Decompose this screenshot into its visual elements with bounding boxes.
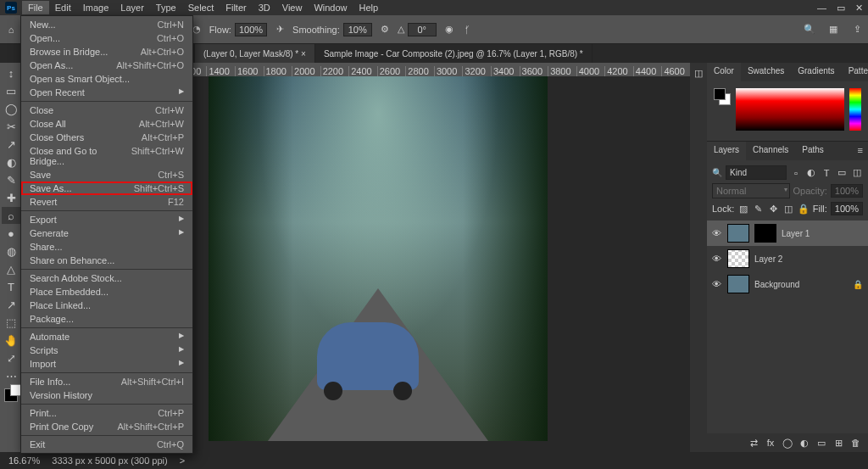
file-menu-item[interactable]: Version History <box>21 388 192 402</box>
tool-button[interactable]: ◯ <box>2 100 20 117</box>
menu-3d[interactable]: 3D <box>253 1 276 14</box>
file-menu-item[interactable]: Open As...Alt+Shift+Ctrl+O <box>21 59 192 72</box>
panel-tab-swatches[interactable]: Swatches <box>741 63 791 81</box>
panel-tab-color[interactable]: Color <box>707 63 741 81</box>
file-menu-item[interactable]: Share on Behance... <box>21 254 192 267</box>
airbrush-icon[interactable]: ✈ <box>274 24 286 36</box>
fill-value[interactable]: 100% <box>831 202 863 215</box>
minimized-panel-icon[interactable]: ◫ <box>693 68 704 80</box>
menu-select[interactable]: Select <box>182 1 220 14</box>
tool-button[interactable]: ↗ <box>2 136 20 153</box>
layer-name[interactable]: Layer 1 <box>782 229 810 238</box>
document-tab[interactable]: (Layer 0, Layer Mask/8) * × <box>195 44 315 63</box>
hue-strip[interactable] <box>849 88 861 131</box>
search-icon[interactable]: 🔍 <box>804 24 815 36</box>
color-picker[interactable] <box>707 81 868 137</box>
layer-name[interactable]: Background <box>754 280 799 289</box>
panel-menu-icon[interactable]: ≡ <box>853 142 868 160</box>
panel-tab-layers[interactable]: Layers <box>707 142 746 160</box>
maximize-button[interactable]: ▭ <box>837 3 845 14</box>
file-menu-item[interactable]: SaveCtrl+S <box>21 168 192 181</box>
menu-help[interactable]: Help <box>353 1 385 14</box>
panel-tab-patterns[interactable]: Patterns <box>842 63 868 81</box>
tool-button[interactable]: T <box>2 278 20 295</box>
visibility-icon[interactable]: 👁 <box>712 279 722 289</box>
canvas[interactable] <box>209 76 548 441</box>
tool-button[interactable]: ⤢ <box>2 349 20 366</box>
fg-bg-colors[interactable] <box>4 388 18 402</box>
layer-filter-kind[interactable]: Kind <box>726 165 787 180</box>
lock-artboard-icon[interactable]: ◫ <box>782 203 794 215</box>
file-menu-item[interactable]: Place Linked... <box>21 299 192 312</box>
menu-window[interactable]: Window <box>308 1 353 14</box>
file-menu-item[interactable]: Close OthersAlt+Ctrl+P <box>21 131 192 144</box>
home-icon[interactable]: ⌂ <box>5 24 17 36</box>
menu-filter[interactable]: Filter <box>220 1 252 14</box>
layer-thumbnail[interactable] <box>727 275 749 293</box>
smoothing-gear-icon[interactable]: ⚙ <box>379 24 391 36</box>
file-menu-item[interactable]: Scripts▶ <box>21 343 192 357</box>
menu-edit[interactable]: Edit <box>49 1 77 14</box>
close-button[interactable]: ✕ <box>855 3 863 14</box>
file-menu-item[interactable]: Open as Smart Object... <box>21 72 192 86</box>
mask-icon[interactable]: ◯ <box>782 437 793 449</box>
angle-value[interactable]: 0° <box>408 23 437 36</box>
symmetry-icon[interactable]: ᚶ <box>462 24 474 36</box>
file-menu-item[interactable]: Place Embedded... <box>21 285 192 299</box>
file-menu-item[interactable]: Open Recent▶ <box>21 86 192 99</box>
file-menu-item[interactable]: File Info...Alt+Shift+Ctrl+I <box>21 375 192 388</box>
tool-button[interactable]: ✂ <box>2 118 20 135</box>
layer-thumbnail[interactable] <box>727 249 749 268</box>
document-tab[interactable]: Sample Image - Car Composite (2).jpeg @ … <box>315 44 593 63</box>
filter-smart-icon[interactable]: ◫ <box>851 167 863 179</box>
fg-bg-swatch[interactable] <box>714 88 731 105</box>
doc-info-arrow[interactable]: > <box>180 455 185 466</box>
layer-row[interactable]: 👁Layer 1 <box>707 221 868 246</box>
link-layers-icon[interactable]: ⇄ <box>748 437 760 449</box>
layer-name[interactable]: Layer 2 <box>754 254 782 264</box>
file-menu-item[interactable]: Generate▶ <box>21 226 192 240</box>
tool-button[interactable]: ⌕ <box>2 207 20 224</box>
file-menu-item[interactable]: New...Ctrl+N <box>21 18 192 31</box>
menu-view[interactable]: View <box>276 1 309 14</box>
lock-all-icon[interactable]: 🔒 <box>798 203 810 215</box>
tool-button[interactable]: ▭ <box>2 82 20 99</box>
minimize-button[interactable]: — <box>817 3 826 13</box>
layer-thumbnail[interactable] <box>727 224 749 243</box>
tool-button[interactable]: ● <box>2 225 20 242</box>
tool-button[interactable]: ✎ <box>2 171 20 188</box>
tool-button[interactable]: 🤚 <box>2 332 20 349</box>
tool-button[interactable]: △ <box>2 260 20 277</box>
menu-image[interactable]: Image <box>77 1 115 14</box>
mask-thumbnail[interactable] <box>754 224 776 243</box>
file-menu-item[interactable]: Close AllAlt+Ctrl+W <box>21 117 192 131</box>
file-menu-item[interactable]: Share... <box>21 240 192 254</box>
tool-button[interactable]: ⋯ <box>2 367 20 384</box>
tool-button[interactable]: ↗ <box>2 296 20 313</box>
filter-adjust-icon[interactable]: ◐ <box>805 167 817 179</box>
filter-type-icon[interactable]: T <box>821 167 832 179</box>
color-ramp[interactable] <box>736 88 844 131</box>
delete-icon[interactable]: 🗑 <box>849 437 861 449</box>
file-menu-item[interactable]: Package... <box>21 312 192 326</box>
doc-info[interactable]: 3333 px x 5000 px (300 ppi) <box>52 455 167 466</box>
new-layer-icon[interactable]: ⊞ <box>832 437 844 449</box>
file-menu-item[interactable]: Search Adobe Stock... <box>21 271 192 285</box>
visibility-icon[interactable]: 👁 <box>712 254 722 264</box>
fx-icon[interactable]: fx <box>765 437 776 449</box>
flow-value[interactable]: 100% <box>235 23 267 36</box>
visibility-icon[interactable]: 👁 <box>712 228 722 238</box>
filter-shape-icon[interactable]: ▭ <box>836 167 848 179</box>
tool-button[interactable]: ⬚ <box>2 314 20 331</box>
tool-button[interactable]: ✚ <box>2 189 20 206</box>
menu-layer[interactable]: Layer <box>114 1 150 14</box>
lock-image-icon[interactable]: ✎ <box>753 203 765 215</box>
panel-tab-paths[interactable]: Paths <box>795 142 831 160</box>
menu-file[interactable]: File <box>22 1 49 14</box>
blend-mode[interactable]: Normal <box>712 183 790 198</box>
zoom-level[interactable]: 16.67% <box>8 455 40 466</box>
file-menu-item[interactable]: Import▶ <box>21 357 192 371</box>
layer-row[interactable]: 👁Background🔒 <box>707 271 868 297</box>
panel-tab-gradients[interactable]: Gradients <box>791 63 841 81</box>
tool-button[interactable]: ↕ <box>2 64 20 81</box>
